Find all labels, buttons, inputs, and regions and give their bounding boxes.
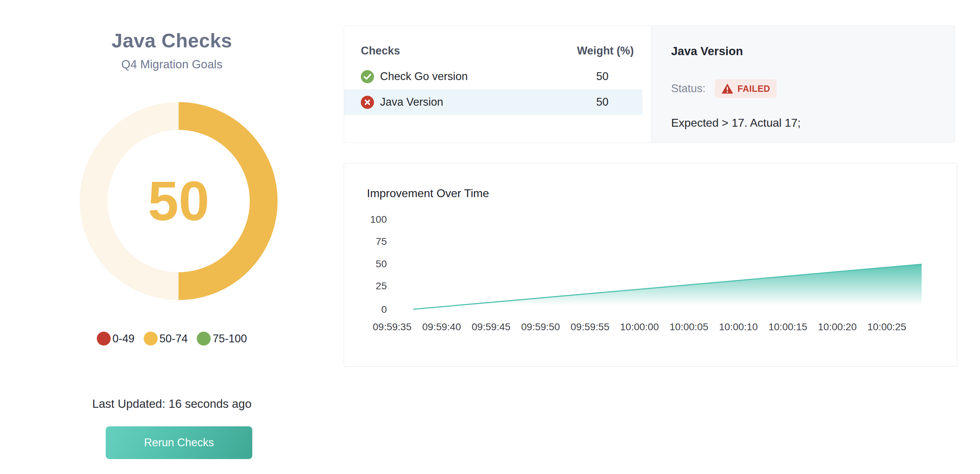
legend-dot-red-icon [97, 332, 111, 345]
check-circle-icon [361, 70, 374, 83]
legend-dot-green-icon [197, 332, 211, 345]
x-tick: 10:00:15 [768, 321, 807, 333]
checks-card: Checks Weight (%) Check Go version 50 Ja… [344, 25, 955, 143]
status-badge: FAILED [715, 80, 777, 98]
last-updated-text: Last Updated: 16 seconds ago [0, 397, 344, 410]
x-tick: 10:00:25 [867, 321, 906, 333]
y-tick: 25 [351, 280, 387, 292]
x-tick: 09:59:50 [521, 321, 560, 333]
check-name: Check Go version [380, 70, 468, 83]
status-badge-text: FAILED [738, 84, 770, 94]
table-row-java-version[interactable]: Java Version 50 [344, 89, 642, 115]
status-row: Status: FAILED [671, 80, 935, 98]
legend-item-mid: 50-74 [144, 332, 188, 345]
check-name: Java Version [380, 96, 443, 108]
column-header-weight: Weight (%) [577, 45, 634, 57]
status-label: Status: [671, 82, 706, 95]
column-header-checks: Checks [361, 45, 400, 57]
score-gauge: 50 [80, 102, 278, 300]
legend-label: 75-100 [212, 332, 247, 345]
score-legend: 0-49 50-74 75-100 [0, 332, 344, 345]
page-title: Java Checks [0, 29, 344, 52]
legend-label: 50-74 [159, 332, 188, 345]
legend-label: 0-49 [113, 332, 135, 345]
legend-item-low: 0-49 [97, 332, 135, 345]
x-tick: 09:59:35 [373, 321, 412, 333]
x-circle-icon [361, 96, 374, 109]
dashboard: Java Checks Q4 Migration Goals 50 0-49 5… [0, 0, 980, 474]
area-chart [344, 163, 957, 366]
y-tick: 100 [351, 214, 387, 225]
gauge-score-value: 50 [80, 102, 278, 300]
rerun-checks-button[interactable]: Rerun Checks [106, 426, 252, 459]
x-tick: 10:00:10 [719, 321, 758, 333]
y-tick: 75 [351, 236, 387, 247]
legend-dot-yellow-icon [144, 332, 158, 345]
x-tick: 09:59:40 [422, 321, 461, 333]
x-tick: 10:00:00 [620, 321, 659, 333]
summary-panel: Java Checks Q4 Migration Goals 50 0-49 5… [0, 0, 344, 474]
improvement-chart-card: Improvement Over Time 100 75 50 25 0 09:… [344, 163, 957, 366]
checks-table-header: Checks Weight (%) [344, 38, 642, 64]
detail-title: Java Version [671, 45, 935, 58]
check-weight: 50 [575, 96, 642, 108]
y-tick: 0 [351, 304, 387, 315]
x-tick: 10:00:05 [670, 321, 708, 333]
warning-triangle-icon [721, 83, 733, 94]
legend-item-high: 75-100 [197, 332, 247, 345]
detail-message: Expected > 17. Actual 17; [671, 116, 935, 129]
check-weight: 50 [575, 70, 642, 83]
x-tick: 10:00:20 [818, 321, 857, 333]
x-tick: 09:59:55 [571, 321, 609, 333]
page-subtitle: Q4 Migration Goals [0, 58, 344, 71]
x-tick: 09:59:45 [472, 321, 511, 333]
checks-table: Checks Weight (%) Check Go version 50 Ja… [344, 26, 651, 143]
check-detail-panel: Java Version Status: FAILED Expected > 1… [651, 26, 955, 143]
table-row-check-go-version[interactable]: Check Go version 50 [344, 64, 642, 89]
y-tick: 50 [351, 258, 387, 270]
